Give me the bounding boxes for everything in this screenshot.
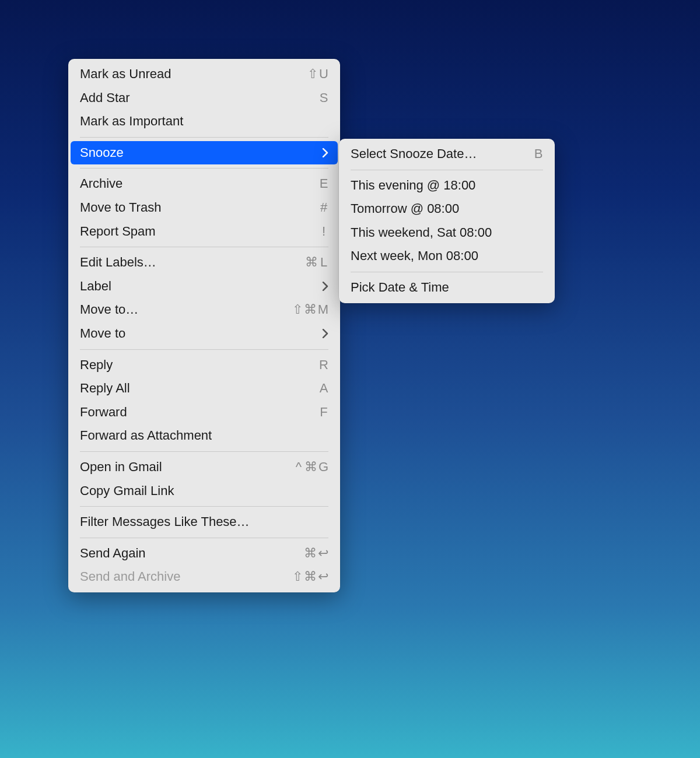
menu-item-label: Forward [80, 404, 127, 421]
menu-item-label: Reply All [80, 380, 130, 397]
menu-shortcut: ⇧⌘↩ [292, 568, 328, 585]
menu-item-label: Move to Trash [80, 199, 161, 216]
menu-shortcut: B [534, 146, 543, 163]
menu-item-label: Send Again [80, 545, 146, 562]
menu-item-pick-date-time[interactable]: Pick Date & Time [339, 276, 555, 300]
menu-item-reply[interactable]: ReplyR [68, 353, 340, 377]
menu-shortcut: ⇧⌘M [292, 301, 328, 318]
menu-item-move-to[interactable]: Move to [68, 322, 340, 346]
menu-item-filter-messages[interactable]: Filter Messages Like These… [68, 510, 340, 534]
menu-item-label: Label [80, 278, 111, 295]
menu-divider [80, 168, 328, 169]
menu-item-report-spam[interactable]: Report Spam! [68, 220, 340, 244]
menu-item-label: Filter Messages Like These… [80, 514, 250, 531]
menu-item-reply-all[interactable]: Reply AllA [68, 377, 340, 401]
menu-shortcut: ⇧U [307, 66, 328, 83]
menu-divider [80, 451, 328, 452]
menu-item-forward[interactable]: ForwardF [68, 401, 340, 424]
menu-shortcut: A [319, 380, 328, 397]
menu-item-label: Tomorrow @ 08:00 [351, 201, 459, 217]
menu-item-label: Next week, Mon 08:00 [351, 248, 478, 265]
menu-item-mark-important[interactable]: Mark as Important [68, 110, 340, 134]
menu-item-label: Forward as Attachment [80, 427, 212, 444]
menu-item-label: Archive [80, 176, 123, 192]
menu-item-send-archive[interactable]: Send and Archive⇧⌘↩ [68, 565, 340, 589]
menu-shortcut: F [319, 404, 328, 421]
menu-divider [80, 538, 328, 538]
menu-item-label: Pick Date & Time [351, 279, 449, 296]
menu-item-move-to-ellipsis[interactable]: Move to…⇧⌘M [68, 298, 340, 322]
menu-item-label: Open in Gmail [80, 459, 162, 476]
menu-item-tomorrow[interactable]: Tomorrow @ 08:00 [339, 197, 555, 221]
menu-item-label: Reply [80, 357, 113, 374]
menu-item-label: Move to [80, 325, 125, 342]
menu-shortcut: ! [319, 223, 328, 240]
menu-divider [80, 247, 328, 247]
menu-item-label: This weekend, Sat 08:00 [351, 224, 492, 241]
menu-divider [80, 506, 328, 507]
menu-item-label: Report Spam [80, 223, 156, 240]
menu-item-forward-attachment[interactable]: Forward as Attachment [68, 424, 340, 448]
menu-item-mark-unread[interactable]: Mark as Unread⇧U [68, 62, 340, 86]
menu-shortcut: S [319, 90, 328, 107]
menu-item-copy-gmail-link[interactable]: Copy Gmail Link [68, 479, 340, 503]
menu-shortcut: E [319, 176, 328, 192]
menu-item-open-gmail[interactable]: Open in Gmail^⌘G [68, 455, 340, 479]
menu-item-label: Move to… [80, 301, 138, 318]
menu-item-send-again[interactable]: Send Again⌘↩ [68, 542, 340, 566]
menu-item-label: Select Snooze Date… [351, 146, 477, 163]
menu-shortcut: # [319, 199, 328, 216]
menu-shortcut: R [319, 357, 328, 374]
menu-divider [351, 170, 543, 170]
menu-item-select-snooze-date[interactable]: Select Snooze Date…B [339, 142, 555, 166]
chevron-right-icon [322, 282, 328, 291]
menu-item-label: Add Star [80, 90, 130, 107]
menu-item-label: Copy Gmail Link [80, 483, 174, 500]
menu-divider [351, 272, 543, 272]
menu-item-label: Mark as Important [80, 113, 183, 130]
menu-item-label: Edit Labels… [80, 254, 156, 271]
menu-shortcut: ⌘L [305, 254, 328, 271]
menu-item-this-weekend[interactable]: This weekend, Sat 08:00 [339, 221, 555, 245]
menu-item-label: Mark as Unread [80, 66, 172, 83]
menu-item-label[interactable]: Label [68, 275, 340, 299]
menu-divider [80, 349, 328, 350]
menu-item-label: Send and Archive [80, 568, 180, 585]
chevron-right-icon [322, 329, 328, 338]
menu-item-add-star[interactable]: Add StarS [68, 86, 340, 110]
menu-item-this-evening[interactable]: This evening @ 18:00 [339, 174, 555, 198]
menu-shortcut: ⌘↩ [304, 545, 328, 562]
menu-divider [80, 137, 328, 138]
menu-shortcut: ^⌘G [294, 459, 328, 476]
menu-item-label: This evening @ 18:00 [351, 177, 475, 194]
menu-item-edit-labels[interactable]: Edit Labels…⌘L [68, 251, 340, 275]
context-menu-main: Mark as Unread⇧UAdd StarSMark as Importa… [68, 59, 340, 592]
chevron-right-icon [322, 148, 328, 157]
menu-item-archive[interactable]: ArchiveE [68, 172, 340, 196]
menu-item-next-week[interactable]: Next week, Mon 08:00 [339, 244, 555, 268]
menu-item-move-trash[interactable]: Move to Trash# [68, 196, 340, 220]
context-menu-snooze: Select Snooze Date…BThis evening @ 18:00… [339, 139, 555, 303]
menu-item-label: Snooze [80, 145, 124, 162]
menu-item-snooze[interactable]: Snooze [71, 141, 338, 165]
